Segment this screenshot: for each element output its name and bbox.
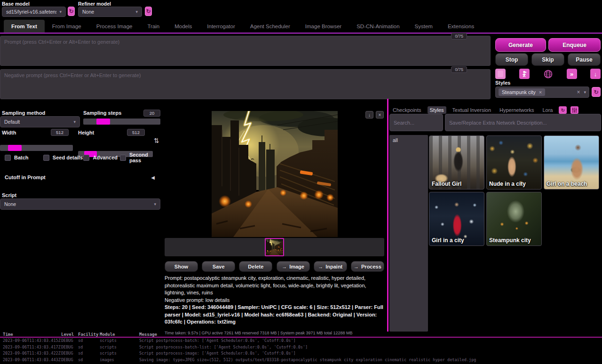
skip-button[interactable]: Skip — [531, 53, 564, 66]
script-select[interactable]: None ▾ — [0, 198, 160, 210]
sampling-steps-value[interactable]: 20 — [143, 110, 160, 117]
style-chip[interactable]: Steampunk city × — [499, 88, 545, 96]
style-card-nude-in-a-city[interactable]: Nude in a city — [486, 135, 542, 190]
log-level: DEBUG — [61, 344, 78, 351]
chevron-down-icon[interactable]: ▾ — [584, 90, 586, 95]
negative-prompt-input[interactable] — [0, 69, 491, 99]
close-icon[interactable]: × — [539, 89, 542, 95]
slider-handle[interactable] — [8, 145, 22, 151]
download-quick-button[interactable]: ↓ — [590, 69, 601, 79]
sampling-method-value: Default — [4, 119, 20, 125]
pause-button[interactable]: Pause — [568, 53, 601, 66]
fast-forward-button[interactable]: » — [567, 69, 577, 79]
generation-prompt-text: Prompt: postapocalyptic steampunk city, … — [165, 275, 384, 297]
network-button[interactable] — [543, 69, 553, 79]
swap-dimensions-button[interactable]: ⇅ — [154, 137, 159, 144]
style-card-girl-in-a-city[interactable]: Girl in a city — [429, 192, 484, 246]
tab-models[interactable]: Models — [167, 20, 199, 33]
style-card-girl-on-a-beach[interactable]: Girl on a beach — [544, 135, 599, 190]
styles-refresh-button[interactable]: ↻ — [592, 87, 601, 97]
extra-networks-tabbar: Checkpoints Styles Textual Inversion Hyp… — [390, 105, 602, 115]
width-value[interactable]: 512 — [51, 129, 69, 136]
stop-button[interactable]: Stop — [495, 53, 528, 66]
tab-system[interactable]: System — [407, 20, 440, 33]
base-model-select[interactable]: sd15/lyriel-v16.safetensors ▾ — [2, 7, 66, 17]
chevron-down-icon: ▾ — [73, 119, 76, 124]
save-button[interactable]: Save — [202, 261, 235, 272]
tab-lora[interactable]: Lora — [540, 106, 555, 114]
extra-networks-refresh-button[interactable]: ↻ — [559, 106, 567, 114]
tab-textual-inversion[interactable]: Textual Inversion — [450, 106, 494, 114]
tab-checkpoints[interactable]: Checkpoints — [390, 106, 424, 114]
restore-faces-button[interactable] — [519, 69, 530, 79]
styles-dropdown[interactable]: Steampunk city × × ▾ — [495, 87, 589, 98]
extra-networks-settings-button[interactable] — [570, 106, 578, 114]
tab-image-browser[interactable]: Image Browser — [298, 20, 349, 33]
seed-details-checkbox[interactable]: Seed details — [43, 152, 84, 163]
style-chip-label: Steampunk city — [502, 89, 536, 95]
tab-hypernetworks[interactable]: Hypernetworks — [497, 106, 536, 114]
send-to-image-button[interactable]: →Image — [277, 261, 310, 272]
tab-sd-cn-animation[interactable]: SD-CN-Animation — [349, 20, 407, 33]
gallery-buttons-row: Show Save Delete →Image →Inpaint →Proces… — [165, 261, 384, 272]
style-fill-icon — [498, 71, 503, 77]
generation-negative-text: Negative prompt: low details — [165, 297, 384, 304]
refiner-model-refresh-button[interactable]: ↻ — [145, 7, 152, 16]
show-button[interactable]: Show — [165, 261, 198, 272]
folder-item-all[interactable]: all — [389, 135, 428, 145]
generate-button[interactable]: Generate — [495, 38, 546, 52]
image-download-button[interactable]: ↓ — [365, 111, 373, 119]
extra-networks-description-input[interactable] — [445, 114, 601, 131]
slider-handle[interactable] — [96, 119, 111, 125]
style-card-fallout-girl[interactable]: Fallout Girl — [429, 135, 484, 190]
show-label: Show — [174, 264, 188, 269]
tab-underline — [0, 32, 602, 34]
generated-image[interactable] — [212, 111, 338, 237]
log-message: Script postprocess-batch: ['Agent Schedu… — [139, 338, 602, 344]
image-close-button[interactable]: × — [376, 111, 384, 119]
tab-agent-scheduler[interactable]: Agent Scheduler — [243, 20, 298, 33]
delete-button[interactable]: Delete — [239, 261, 272, 272]
tab-extensions[interactable]: Extensions — [440, 20, 482, 33]
log-time: 2023-09-06T11:43:03.422Z — [3, 350, 61, 357]
sampling-steps-slider[interactable] — [83, 119, 160, 125]
negative-prompt-container: 0/75 — [0, 69, 491, 99]
checkbox-icon — [5, 155, 11, 161]
tab-from-text[interactable]: From Text — [4, 20, 45, 33]
enqueue-button[interactable]: Enqueue — [548, 38, 601, 52]
style-card-steampunk-city[interactable]: Steampunk city — [486, 192, 542, 246]
batch-checkbox[interactable]: Batch — [5, 152, 43, 163]
log-row: 2023-09-06T11:43:03.422Z DEBUG sd script… — [0, 350, 602, 357]
tab-process-image[interactable]: Process Image — [89, 20, 140, 33]
height-value[interactable]: 512 — [127, 129, 145, 136]
height-label: Height — [78, 130, 94, 135]
apply-style-button[interactable] — [495, 69, 506, 79]
clear-styles-icon[interactable]: × — [577, 89, 580, 95]
tab-styles[interactable]: Styles — [428, 106, 446, 114]
cutoff-accordion[interactable]: Cutoff in Prompt ◀ — [0, 172, 160, 182]
chevron-down-icon: ▾ — [135, 9, 138, 14]
delete-label: Delete — [248, 264, 263, 269]
send-to-inpaint-button[interactable]: →Inpaint — [314, 261, 347, 272]
extra-networks-search-input[interactable] — [389, 114, 443, 131]
log-facility: sd — [78, 357, 100, 364]
tab-interrogator[interactable]: Interrogator — [199, 20, 242, 33]
second-pass-checkbox[interactable]: Second pass — [120, 152, 160, 163]
thumbnail-selected[interactable] — [265, 238, 284, 256]
panel-divider[interactable] — [387, 99, 388, 332]
image-label: Image — [289, 264, 304, 269]
generation-info: Prompt: postapocalyptic steampunk city, … — [165, 275, 384, 335]
send-to-process-button[interactable]: →Process — [351, 261, 384, 272]
width-slider[interactable] — [0, 145, 73, 151]
seed-details-label: Seed details — [53, 155, 83, 160]
base-model-refresh-button[interactable]: ↻ — [68, 7, 75, 16]
sampling-method-select[interactable]: Default ▾ — [0, 116, 80, 127]
log-level: DEBUG — [61, 357, 78, 364]
advanced-checkbox[interactable]: Advanced — [83, 152, 120, 163]
log-row: 2023-09-06T11:43:03.417Z DEBUG sd script… — [0, 344, 602, 351]
tab-train[interactable]: Train — [140, 20, 167, 33]
tab-from-image[interactable]: From Image — [45, 20, 89, 33]
refiner-model-select[interactable]: None ▾ — [78, 7, 142, 17]
chevron-down-icon: ▾ — [59, 9, 62, 14]
prompt-input[interactable] — [0, 36, 491, 66]
